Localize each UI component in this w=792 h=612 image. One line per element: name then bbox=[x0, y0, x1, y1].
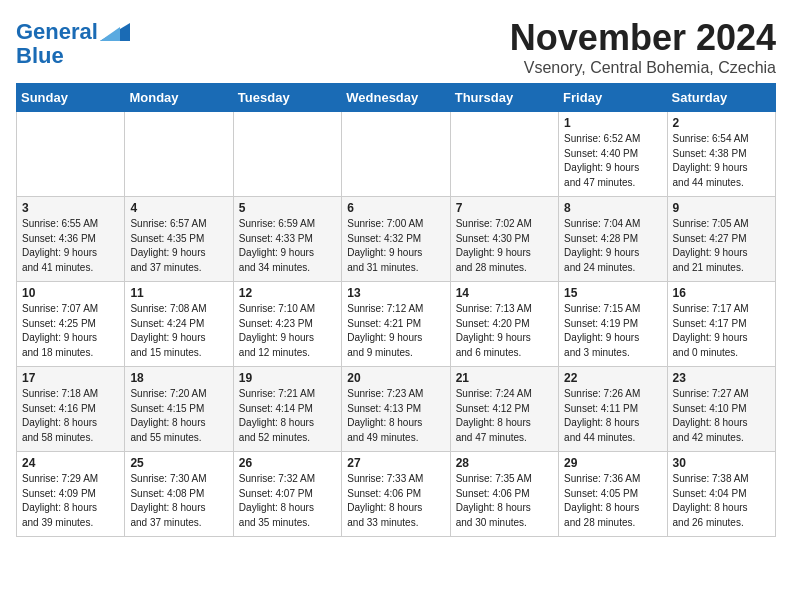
calendar-cell bbox=[17, 112, 125, 197]
calendar-cell: 14Sunrise: 7:13 AM Sunset: 4:20 PM Dayli… bbox=[450, 282, 558, 367]
day-info: Sunrise: 7:38 AM Sunset: 4:04 PM Dayligh… bbox=[673, 472, 770, 530]
logo-blue-text: Blue bbox=[16, 43, 64, 68]
calendar-cell: 17Sunrise: 7:18 AM Sunset: 4:16 PM Dayli… bbox=[17, 367, 125, 452]
header: General Blue November 2024 Vsenory, Cent… bbox=[16, 16, 776, 77]
subtitle: Vsenory, Central Bohemia, Czechia bbox=[510, 59, 776, 77]
day-number: 23 bbox=[673, 371, 770, 385]
day-header-tuesday: Tuesday bbox=[233, 84, 341, 112]
week-row-3: 10Sunrise: 7:07 AM Sunset: 4:25 PM Dayli… bbox=[17, 282, 776, 367]
calendar-cell bbox=[125, 112, 233, 197]
day-info: Sunrise: 7:23 AM Sunset: 4:13 PM Dayligh… bbox=[347, 387, 444, 445]
day-info: Sunrise: 6:59 AM Sunset: 4:33 PM Dayligh… bbox=[239, 217, 336, 275]
day-number: 6 bbox=[347, 201, 444, 215]
calendar-cell: 10Sunrise: 7:07 AM Sunset: 4:25 PM Dayli… bbox=[17, 282, 125, 367]
day-info: Sunrise: 7:05 AM Sunset: 4:27 PM Dayligh… bbox=[673, 217, 770, 275]
day-info: Sunrise: 6:54 AM Sunset: 4:38 PM Dayligh… bbox=[673, 132, 770, 190]
day-info: Sunrise: 7:27 AM Sunset: 4:10 PM Dayligh… bbox=[673, 387, 770, 445]
day-number: 26 bbox=[239, 456, 336, 470]
day-info: Sunrise: 7:30 AM Sunset: 4:08 PM Dayligh… bbox=[130, 472, 227, 530]
day-number: 25 bbox=[130, 456, 227, 470]
calendar-cell: 16Sunrise: 7:17 AM Sunset: 4:17 PM Dayli… bbox=[667, 282, 775, 367]
calendar-cell bbox=[450, 112, 558, 197]
day-number: 19 bbox=[239, 371, 336, 385]
calendar-cell: 28Sunrise: 7:35 AM Sunset: 4:06 PM Dayli… bbox=[450, 452, 558, 537]
day-info: Sunrise: 7:00 AM Sunset: 4:32 PM Dayligh… bbox=[347, 217, 444, 275]
calendar-cell: 5Sunrise: 6:59 AM Sunset: 4:33 PM Daylig… bbox=[233, 197, 341, 282]
calendar-cell: 13Sunrise: 7:12 AM Sunset: 4:21 PM Dayli… bbox=[342, 282, 450, 367]
day-info: Sunrise: 7:21 AM Sunset: 4:14 PM Dayligh… bbox=[239, 387, 336, 445]
calendar-cell: 6Sunrise: 7:00 AM Sunset: 4:32 PM Daylig… bbox=[342, 197, 450, 282]
day-info: Sunrise: 7:18 AM Sunset: 4:16 PM Dayligh… bbox=[22, 387, 119, 445]
day-number: 8 bbox=[564, 201, 661, 215]
day-info: Sunrise: 7:12 AM Sunset: 4:21 PM Dayligh… bbox=[347, 302, 444, 360]
day-number: 20 bbox=[347, 371, 444, 385]
calendar-cell bbox=[342, 112, 450, 197]
day-info: Sunrise: 7:26 AM Sunset: 4:11 PM Dayligh… bbox=[564, 387, 661, 445]
calendar-cell: 21Sunrise: 7:24 AM Sunset: 4:12 PM Dayli… bbox=[450, 367, 558, 452]
day-header-wednesday: Wednesday bbox=[342, 84, 450, 112]
day-number: 15 bbox=[564, 286, 661, 300]
week-row-4: 17Sunrise: 7:18 AM Sunset: 4:16 PM Dayli… bbox=[17, 367, 776, 452]
day-number: 24 bbox=[22, 456, 119, 470]
calendar-cell: 7Sunrise: 7:02 AM Sunset: 4:30 PM Daylig… bbox=[450, 197, 558, 282]
calendar-cell: 8Sunrise: 7:04 AM Sunset: 4:28 PM Daylig… bbox=[559, 197, 667, 282]
day-number: 2 bbox=[673, 116, 770, 130]
day-info: Sunrise: 7:17 AM Sunset: 4:17 PM Dayligh… bbox=[673, 302, 770, 360]
svg-marker-1 bbox=[100, 27, 120, 41]
day-info: Sunrise: 7:24 AM Sunset: 4:12 PM Dayligh… bbox=[456, 387, 553, 445]
calendar-cell: 24Sunrise: 7:29 AM Sunset: 4:09 PM Dayli… bbox=[17, 452, 125, 537]
day-number: 1 bbox=[564, 116, 661, 130]
day-number: 14 bbox=[456, 286, 553, 300]
day-info: Sunrise: 7:07 AM Sunset: 4:25 PM Dayligh… bbox=[22, 302, 119, 360]
day-info: Sunrise: 7:33 AM Sunset: 4:06 PM Dayligh… bbox=[347, 472, 444, 530]
day-number: 12 bbox=[239, 286, 336, 300]
week-row-2: 3Sunrise: 6:55 AM Sunset: 4:36 PM Daylig… bbox=[17, 197, 776, 282]
day-header-friday: Friday bbox=[559, 84, 667, 112]
day-info: Sunrise: 6:55 AM Sunset: 4:36 PM Dayligh… bbox=[22, 217, 119, 275]
calendar-cell: 3Sunrise: 6:55 AM Sunset: 4:36 PM Daylig… bbox=[17, 197, 125, 282]
day-number: 9 bbox=[673, 201, 770, 215]
calendar-cell: 25Sunrise: 7:30 AM Sunset: 4:08 PM Dayli… bbox=[125, 452, 233, 537]
day-number: 4 bbox=[130, 201, 227, 215]
day-info: Sunrise: 7:32 AM Sunset: 4:07 PM Dayligh… bbox=[239, 472, 336, 530]
day-info: Sunrise: 7:29 AM Sunset: 4:09 PM Dayligh… bbox=[22, 472, 119, 530]
day-info: Sunrise: 6:52 AM Sunset: 4:40 PM Dayligh… bbox=[564, 132, 661, 190]
calendar-cell: 15Sunrise: 7:15 AM Sunset: 4:19 PM Dayli… bbox=[559, 282, 667, 367]
day-info: Sunrise: 6:57 AM Sunset: 4:35 PM Dayligh… bbox=[130, 217, 227, 275]
day-number: 13 bbox=[347, 286, 444, 300]
logo: General Blue bbox=[16, 20, 130, 68]
day-info: Sunrise: 7:36 AM Sunset: 4:05 PM Dayligh… bbox=[564, 472, 661, 530]
calendar-cell: 29Sunrise: 7:36 AM Sunset: 4:05 PM Dayli… bbox=[559, 452, 667, 537]
calendar-cell: 4Sunrise: 6:57 AM Sunset: 4:35 PM Daylig… bbox=[125, 197, 233, 282]
day-number: 11 bbox=[130, 286, 227, 300]
day-info: Sunrise: 7:20 AM Sunset: 4:15 PM Dayligh… bbox=[130, 387, 227, 445]
day-number: 17 bbox=[22, 371, 119, 385]
day-header-saturday: Saturday bbox=[667, 84, 775, 112]
calendar-cell: 9Sunrise: 7:05 AM Sunset: 4:27 PM Daylig… bbox=[667, 197, 775, 282]
day-header-sunday: Sunday bbox=[17, 84, 125, 112]
calendar-cell: 26Sunrise: 7:32 AM Sunset: 4:07 PM Dayli… bbox=[233, 452, 341, 537]
calendar-cell: 30Sunrise: 7:38 AM Sunset: 4:04 PM Dayli… bbox=[667, 452, 775, 537]
day-info: Sunrise: 7:13 AM Sunset: 4:20 PM Dayligh… bbox=[456, 302, 553, 360]
day-info: Sunrise: 7:04 AM Sunset: 4:28 PM Dayligh… bbox=[564, 217, 661, 275]
month-title: November 2024 bbox=[510, 16, 776, 59]
day-header-thursday: Thursday bbox=[450, 84, 558, 112]
day-info: Sunrise: 7:10 AM Sunset: 4:23 PM Dayligh… bbox=[239, 302, 336, 360]
day-number: 3 bbox=[22, 201, 119, 215]
calendar-cell: 12Sunrise: 7:10 AM Sunset: 4:23 PM Dayli… bbox=[233, 282, 341, 367]
day-number: 5 bbox=[239, 201, 336, 215]
day-header-monday: Monday bbox=[125, 84, 233, 112]
day-number: 30 bbox=[673, 456, 770, 470]
day-number: 18 bbox=[130, 371, 227, 385]
day-number: 16 bbox=[673, 286, 770, 300]
calendar-cell: 27Sunrise: 7:33 AM Sunset: 4:06 PM Dayli… bbox=[342, 452, 450, 537]
calendar-cell: 18Sunrise: 7:20 AM Sunset: 4:15 PM Dayli… bbox=[125, 367, 233, 452]
week-row-5: 24Sunrise: 7:29 AM Sunset: 4:09 PM Dayli… bbox=[17, 452, 776, 537]
days-header-row: SundayMondayTuesdayWednesdayThursdayFrid… bbox=[17, 84, 776, 112]
calendar-cell bbox=[233, 112, 341, 197]
day-info: Sunrise: 7:02 AM Sunset: 4:30 PM Dayligh… bbox=[456, 217, 553, 275]
day-info: Sunrise: 7:35 AM Sunset: 4:06 PM Dayligh… bbox=[456, 472, 553, 530]
calendar-cell: 19Sunrise: 7:21 AM Sunset: 4:14 PM Dayli… bbox=[233, 367, 341, 452]
calendar-cell: 11Sunrise: 7:08 AM Sunset: 4:24 PM Dayli… bbox=[125, 282, 233, 367]
day-number: 10 bbox=[22, 286, 119, 300]
